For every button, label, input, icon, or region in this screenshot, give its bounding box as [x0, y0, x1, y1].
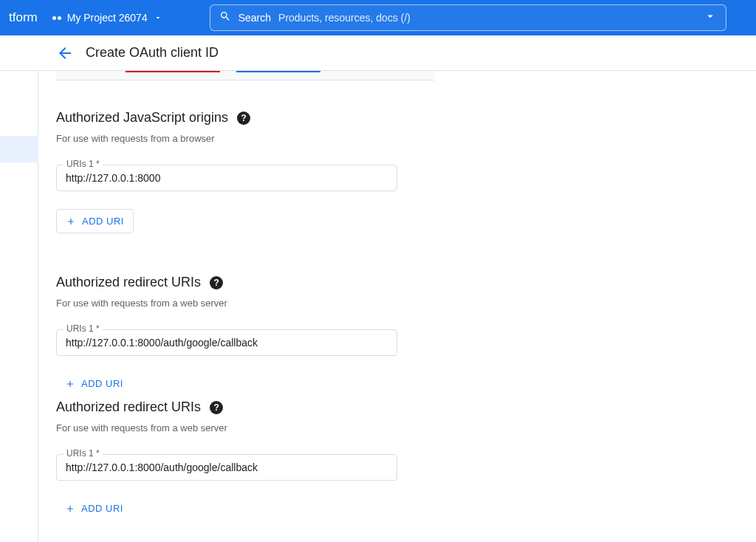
field-label: URIs 1 * — [63, 448, 103, 459]
help-icon[interactable]: ? — [210, 401, 223, 414]
project-icon — [52, 16, 61, 20]
uri-input[interactable] — [56, 329, 397, 356]
search-container: Search Products, resources, docs (/) — [210, 4, 726, 31]
collapsed-section — [56, 71, 434, 80]
uri-field: URIs 1 * — [56, 454, 434, 481]
back-arrow-button[interactable] — [56, 44, 74, 62]
add-uri-button[interactable]: ADD URI — [56, 374, 132, 395]
help-icon[interactable]: ? — [210, 276, 223, 289]
plus-icon — [66, 216, 76, 227]
plus-icon — [65, 379, 75, 389]
field-label: URIs 1 * — [63, 159, 103, 169]
uri-input[interactable] — [56, 165, 397, 191]
section-desc: For use with requests from a browser — [56, 133, 434, 144]
sub-header: Create OAuth client ID — [0, 35, 756, 71]
page-title: Create OAuth client ID — [86, 45, 219, 61]
section-title: Authorized JavaScript origins — [56, 110, 228, 126]
add-uri-label: ADD URI — [82, 216, 124, 227]
project-name: My Project 26074 — [67, 12, 148, 24]
section-desc: For use with requests from a web server — [56, 298, 434, 309]
help-icon[interactable]: ? — [237, 112, 250, 125]
search-label: Search — [238, 12, 271, 24]
search-box[interactable]: Search Products, resources, docs (/) — [210, 4, 726, 31]
add-uri-button[interactable]: ADD URI — [56, 209, 134, 233]
chevron-down-icon — [154, 13, 162, 22]
add-uri-label: ADD URI — [81, 378, 123, 389]
nav-active-indicator[interactable] — [0, 136, 38, 162]
field-label: URIs 1 * — [63, 323, 103, 334]
uri-field: URIs 1 * — [56, 329, 434, 356]
plus-icon — [65, 504, 75, 514]
platform-label: tform — [9, 10, 38, 25]
section-desc: For use with requests from a web server — [56, 422, 434, 433]
search-placeholder: Products, resources, docs (/) — [278, 12, 410, 24]
uri-field: URIs 1 * — [56, 165, 434, 191]
section-title: Authorized redirect URIs — [56, 399, 201, 415]
top-bar: tform My Project 26074 Search Products, … — [0, 0, 756, 35]
search-icon — [219, 10, 231, 25]
left-nav-rail — [0, 71, 38, 542]
redirect-uris-section: Authorized redirect URIs ? For use with … — [56, 275, 434, 395]
uri-input[interactable] — [56, 454, 397, 481]
main-content: Authorized JavaScript origins ? For use … — [38, 71, 452, 542]
section-title: Authorized redirect URIs — [56, 275, 201, 290]
add-uri-button[interactable]: ADD URI — [56, 498, 132, 520]
chevron-down-icon[interactable] — [704, 10, 717, 26]
project-selector[interactable]: My Project 26074 — [52, 12, 162, 24]
redirect-uris-section-dup: Authorized redirect URIs ? For use with … — [56, 399, 434, 520]
add-uri-label: ADD URI — [81, 503, 123, 514]
js-origins-section: Authorized JavaScript origins ? For use … — [56, 110, 434, 233]
